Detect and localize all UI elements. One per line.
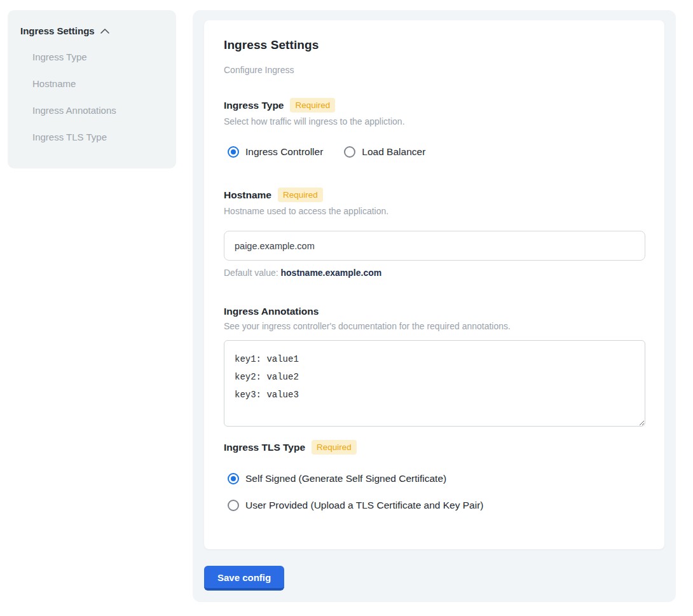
ingress-type-label: Ingress Type [224,100,284,111]
hostname-input[interactable] [224,231,645,261]
chevron-up-icon[interactable] [100,28,110,34]
required-badge: Required [290,98,335,113]
required-badge: Required [278,188,323,202]
radio-load-balancer[interactable]: Load Balancer [344,146,425,158]
page-title: Ingress Settings [224,38,645,52]
sidebar-item-list: Ingress Type Hostname Ingress Annotation… [20,44,163,151]
ingress-type-description: Select how traffic will ingress to the a… [224,116,645,127]
sidebar-item-ingress-tls-type[interactable]: Ingress TLS Type [20,124,163,151]
section-hostname: Hostname Required Hostname used to acces… [224,188,645,278]
radio-unselected-icon[interactable] [344,146,355,158]
ingress-type-radio-group: Ingress Controller Load Balancer [228,146,645,158]
radio-user-provided[interactable]: User Provided (Upload a TLS Certificate … [228,499,645,512]
radio-ingress-controller[interactable]: Ingress Controller [228,146,323,158]
sidebar-section-title: Ingress Settings [20,25,95,36]
default-value-text: hostname.example.com [281,268,382,278]
hostname-default-helper: Default value: hostname.example.com [224,268,645,278]
default-value-prefix: Default value: [224,268,281,278]
radio-self-signed[interactable]: Self Signed (Generate Self Signed Certif… [228,472,645,485]
radio-label: Self Signed (Generate Self Signed Certif… [245,472,446,485]
ingress-tls-radio-group: Self Signed (Generate Self Signed Certif… [228,472,645,512]
save-config-button[interactable]: Save config [204,566,284,591]
ingress-settings-card: Ingress Settings Configure Ingress Ingre… [204,20,664,549]
required-badge: Required [312,440,357,455]
sidebar-section-toggle[interactable]: Ingress Settings [20,25,163,36]
radio-selected-icon[interactable] [228,146,239,158]
section-ingress-type: Ingress Type Required Select how traffic… [224,98,645,158]
radio-unselected-icon[interactable] [228,500,239,511]
page-subtitle: Configure Ingress [224,65,645,75]
ingress-tls-type-label: Ingress TLS Type [224,442,305,453]
sidebar-item-ingress-annotations[interactable]: Ingress Annotations [20,97,163,124]
hostname-label: Hostname [224,189,271,201]
radio-label: Ingress Controller [245,146,323,158]
section-ingress-annotations: Ingress Annotations See your ingress con… [224,306,645,427]
sidebar-item-hostname[interactable]: Hostname [20,71,163,97]
ingress-annotations-textarea[interactable]: key1: value1 key2: value2 key3: value3 [224,340,645,427]
section-ingress-tls-type: Ingress TLS Type Required Self Signed (G… [224,440,645,512]
radio-label: Load Balancer [362,146,425,158]
ingress-annotations-description: See your ingress controller's documentat… [224,321,645,331]
ingress-settings-panel: Ingress Settings Configure Ingress Ingre… [193,10,676,602]
settings-sidebar: Ingress Settings Ingress Type Hostname I… [8,10,176,168]
radio-label: User Provided (Upload a TLS Certificate … [245,499,483,512]
ingress-annotations-label: Ingress Annotations [224,306,319,317]
radio-selected-icon[interactable] [228,473,239,484]
hostname-description: Hostname used to access the application. [224,206,645,216]
sidebar-item-ingress-type[interactable]: Ingress Type [20,44,163,71]
